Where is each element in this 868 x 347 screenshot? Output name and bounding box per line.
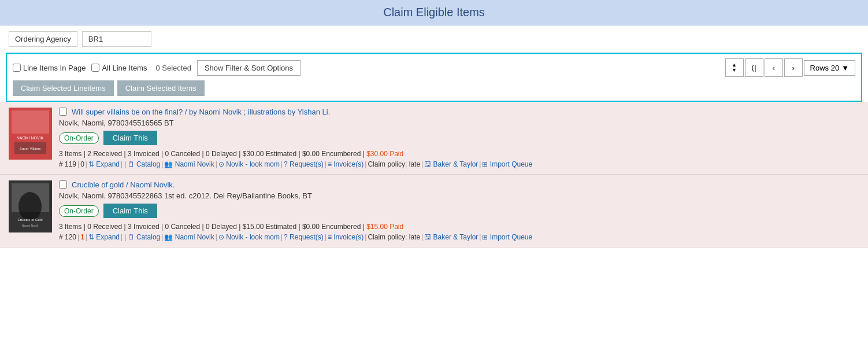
- item-1-requests[interactable]: ? Request(s): [284, 160, 324, 168]
- agency-row: Ordering Agency BR1: [0, 25, 868, 53]
- item-1-actions: On-Order Claim This: [59, 131, 859, 145]
- selected-count: 0 Selected: [155, 64, 191, 72]
- item-1-import-queue[interactable]: ⊞ Import Queue: [482, 160, 532, 168]
- prev-page-btn[interactable]: ‹: [765, 58, 783, 77]
- page-title: Claim Eligible Items: [0, 0, 868, 25]
- item-1-claim-button[interactable]: Claim This: [103, 131, 157, 145]
- rows-chevron-icon: ▼: [841, 64, 849, 72]
- filter-sort-button[interactable]: Show Filter & Sort Options: [197, 60, 301, 76]
- item-2-import-queue[interactable]: ⊞ Import Queue: [482, 233, 532, 241]
- item-2-links: # 120 | 1 | ⇅ Expand | | 🗒 Catalog | 👥 N…: [59, 233, 859, 241]
- item-1-status-badge: On-Order: [59, 132, 99, 144]
- agency-label: Ordering Agency: [9, 31, 77, 47]
- line-items-label: Line Items In Page: [23, 64, 86, 72]
- item-details-2: Crucible of gold / Naomi Novik. Novik, N…: [59, 180, 859, 241]
- item-2-expand[interactable]: ⇅ Expand: [88, 233, 120, 241]
- item-2-look[interactable]: ⊙ Novik - look mom: [218, 233, 280, 241]
- item-2-paid: $15.00 Paid: [366, 223, 403, 231]
- line-items-in-page-checkbox[interactable]: [13, 64, 21, 72]
- rows-dropdown-btn[interactable]: Rows 20 ▼: [804, 60, 855, 76]
- svg-rect-1: [12, 110, 49, 134]
- item-2-hash-badge: 1: [80, 233, 84, 241]
- item-2-claim-button[interactable]: Claim This: [103, 204, 157, 218]
- item-2-requests[interactable]: ? Request(s): [284, 233, 324, 241]
- item-2-invoices[interactable]: ≡ Invoice(s): [328, 233, 363, 241]
- item-thumbnail-1: NAOMI NOVIK Super Villains: [9, 108, 52, 160]
- items-container: NAOMI NOVIK Super Villains Will super vi…: [0, 102, 868, 248]
- item-2-vendor[interactable]: 🖫 Baker & Taylor: [424, 233, 478, 241]
- table-row: Crucible of Gold Naomi Novik Crucible of…: [0, 175, 868, 248]
- pagination-controls: ▲▼ ⟨| ‹ › Rows 20 ▼: [725, 58, 855, 77]
- item-1-look[interactable]: ⊙ Novik - look mom: [218, 160, 280, 168]
- toolbar-bottom: Claim Selected Lineitems Claim Selected …: [13, 80, 855, 96]
- claim-selected-items-button[interactable]: Claim Selected Items: [117, 80, 205, 96]
- item-1-vendor[interactable]: 🖫 Baker & Taylor: [424, 160, 478, 168]
- svg-text:Super Villains: Super Villains: [20, 147, 41, 150]
- item-2-checkbox[interactable]: [59, 180, 67, 189]
- item-1-invoices[interactable]: ≡ Invoice(s): [328, 160, 363, 168]
- item-title-row-1: Will super villains be on the final? / b…: [59, 108, 859, 116]
- toolbar: Line Items In Page All Line Items 0 Sele…: [6, 53, 862, 102]
- first-page-btn[interactable]: ⟨|: [745, 58, 763, 77]
- item-2-title[interactable]: Crucible of gold / Naomi Novik.: [72, 180, 175, 189]
- item-1-checkbox[interactable]: [59, 108, 67, 116]
- item-1-author[interactable]: 👥 Naomi Novik: [164, 160, 214, 168]
- item-1-paid: $30.00 Paid: [366, 150, 403, 158]
- item-1-stats: 3 Items | 2 Received | 3 Invoiced | 0 Ca…: [59, 150, 859, 158]
- agency-value: BR1: [82, 31, 151, 47]
- svg-text:NAOMI NOVIK: NAOMI NOVIK: [17, 136, 44, 140]
- item-2-status-badge: On-Order: [59, 205, 99, 217]
- item-1-meta: Novik, Naomi, 9780345516565 BT: [59, 119, 859, 127]
- all-items-label: All Line Items: [102, 64, 147, 72]
- item-2-stats: 3 Items | 0 Received | 3 Invoiced | 0 Ca…: [59, 223, 859, 231]
- item-1-catalog[interactable]: 🗒 Catalog: [128, 160, 161, 168]
- table-row: NAOMI NOVIK Super Villains Will super vi…: [0, 102, 868, 175]
- svg-text:Crucible of Gold: Crucible of Gold: [17, 218, 42, 222]
- item-2-catalog[interactable]: 🗒 Catalog: [128, 233, 161, 241]
- svg-point-7: [18, 192, 42, 221]
- all-line-items-checkbox[interactable]: [91, 64, 99, 72]
- toolbar-top: Line Items In Page All Line Items 0 Sele…: [13, 58, 855, 77]
- item-2-hash: # 120: [59, 233, 76, 241]
- sort-arrows-btn[interactable]: ▲▼: [725, 58, 744, 77]
- all-line-items-label[interactable]: All Line Items: [91, 64, 147, 72]
- item-1-hash: # 119: [59, 160, 76, 168]
- svg-text:Naomi Novik: Naomi Novik: [22, 224, 39, 227]
- item-2-claim-policy: Claim policy: late: [368, 233, 420, 241]
- item-details-1: Will super villains be on the final? / b…: [59, 108, 859, 168]
- item-2-meta: Novik, Naomi. 9780345522863 1st ed. c201…: [59, 191, 859, 200]
- claim-selected-lineitems-button[interactable]: Claim Selected Lineitems: [13, 80, 114, 96]
- item-1-expand[interactable]: ⇅ Expand: [88, 160, 120, 168]
- item-1-links: # 119 | 0 | ⇅ Expand | | 🗒 Catalog | 👥 N…: [59, 160, 859, 168]
- item-title-row-2: Crucible of gold / Naomi Novik.: [59, 180, 859, 189]
- item-2-actions: On-Order Claim This: [59, 204, 859, 218]
- item-thumbnail-2: Crucible of Gold Naomi Novik: [9, 180, 52, 232]
- item-2-author[interactable]: 👥 Naomi Novik: [164, 233, 214, 241]
- item-1-hash-val: 0: [80, 160, 84, 168]
- line-items-in-page-label[interactable]: Line Items In Page: [13, 64, 86, 72]
- rows-label: Rows 20: [810, 64, 840, 72]
- item-1-claim-policy: Claim policy: late: [368, 160, 420, 168]
- next-page-btn[interactable]: ›: [784, 58, 803, 77]
- item-1-title[interactable]: Will super villains be on the final? / b…: [72, 108, 330, 116]
